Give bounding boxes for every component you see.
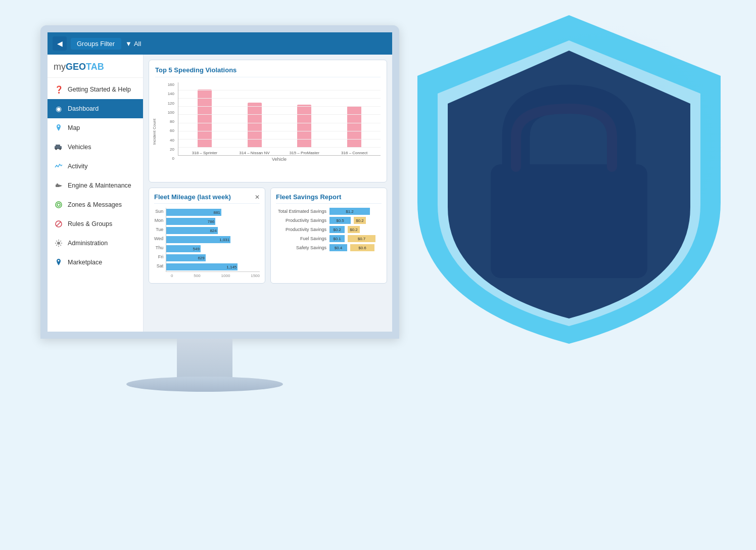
fleet-mileage-card: Fleet Mileage (last week) ✕ Sun Mon Tue … bbox=[149, 188, 265, 284]
sidebar-label-engine: Engine & Maintenance bbox=[68, 182, 131, 189]
bottom-cards-row: Fleet Mileage (last week) ✕ Sun Mon Tue … bbox=[149, 188, 387, 284]
admin-icon bbox=[54, 238, 64, 248]
mileage-x-labels: 0 500 1000 1500 bbox=[154, 273, 260, 278]
bars-area: 318 – Sprinter 314 – Nissan NV bbox=[178, 82, 381, 156]
vehicles-icon bbox=[54, 142, 64, 152]
bar-fill-sprinter bbox=[198, 89, 212, 147]
svg-rect-5 bbox=[60, 185, 61, 187]
fleet-savings-title: Fleet Savings Report bbox=[276, 193, 341, 201]
fleet-mileage-title: Fleet Mileage (last week) bbox=[154, 193, 231, 201]
topbar: ◀ Groups Filter ▼ All bbox=[48, 32, 392, 55]
sidebar-label-rules: Rules & Groups bbox=[68, 220, 112, 227]
logo-geo: GEO bbox=[66, 62, 86, 72]
sidebar: myGEOTAB ❓ Getting Started & Help ◉ Dash… bbox=[48, 55, 144, 332]
monitor-stand-base bbox=[126, 377, 283, 392]
savings-row-safety: Safety Savings $0.4 $0.6 bbox=[276, 244, 382, 251]
bar-nissan: 314 – Nissan NV bbox=[236, 103, 273, 155]
sidebar-label-getting-started: Getting Started & Help bbox=[68, 86, 131, 93]
fleet-mileage-header: Fleet Mileage (last week) ✕ bbox=[154, 193, 260, 204]
y-axis-title: Incident Count bbox=[152, 118, 157, 145]
svg-rect-7 bbox=[61, 186, 62, 186]
logo-my: my bbox=[54, 62, 66, 72]
mileage-bar-wed: 1,031 bbox=[166, 236, 260, 243]
svg-point-8 bbox=[56, 202, 62, 208]
sidebar-item-rules-groups[interactable]: Rules & Groups bbox=[48, 214, 143, 234]
mileage-bar-fri: 629 bbox=[166, 254, 260, 261]
sidebar-nav: ❓ Getting Started & Help ◉ Dashboard bbox=[48, 78, 143, 332]
logo-tab: TAB bbox=[86, 62, 104, 72]
main-content: Top 5 Speeding Violations 160 140 120 10… bbox=[144, 55, 392, 332]
sidebar-label-zones: Zones & Messages bbox=[68, 201, 122, 208]
svg-rect-1 bbox=[56, 145, 60, 147]
svg-point-12 bbox=[57, 242, 60, 245]
savings-table: Total Estimated Savings $1.2 Productivit… bbox=[276, 208, 382, 251]
svg-rect-13 bbox=[491, 164, 647, 278]
x-axis-title: Vehicle bbox=[178, 157, 381, 162]
mileage-day-labels: Sun Mon Tue Wed Thu Fri Sat bbox=[154, 208, 163, 272]
monitor-stand-neck bbox=[177, 339, 232, 379]
dropdown-icon: ▼ bbox=[125, 40, 132, 48]
savings-row-productivity-1: Productivity Savings $0.5 $0.2 bbox=[276, 217, 382, 224]
sidebar-item-activity[interactable]: Activity bbox=[48, 157, 143, 176]
sidebar-label-map: Map bbox=[68, 124, 80, 131]
engine-icon bbox=[54, 180, 64, 191]
help-icon: ❓ bbox=[54, 84, 64, 95]
bar-connect: 316 – Connect bbox=[336, 106, 373, 155]
bar-fill-promaster bbox=[297, 105, 311, 148]
mileage-bars: 881 786 bbox=[166, 208, 260, 272]
sidebar-item-getting-started[interactable]: ❓ Getting Started & Help bbox=[48, 80, 143, 99]
speeding-violations-card: Top 5 Speeding Violations 160 140 120 10… bbox=[149, 60, 387, 182]
savings-row-total: Total Estimated Savings $1.2 bbox=[276, 208, 382, 215]
mileage-bar-mon: 786 bbox=[166, 218, 260, 225]
sidebar-item-administration[interactable]: Administration bbox=[48, 234, 143, 253]
sidebar-item-dashboard[interactable]: ◉ Dashboard bbox=[48, 99, 143, 118]
groups-filter-button[interactable]: Groups Filter bbox=[71, 38, 121, 50]
mileage-bar-sat: 1,145 bbox=[166, 263, 260, 270]
svg-rect-6 bbox=[57, 184, 58, 185]
back-icon: ◀ bbox=[57, 39, 63, 48]
mileage-chart-area: Sun Mon Tue Wed Thu Fri Sat bbox=[154, 208, 260, 272]
filter-all[interactable]: ▼ All bbox=[125, 40, 141, 48]
bar-promaster: 315 – ProMaster bbox=[286, 105, 323, 156]
mileage-bar-thu: 549 bbox=[166, 245, 260, 252]
sidebar-item-marketplace[interactable]: Marketplace bbox=[48, 253, 143, 272]
fleet-savings-card: Fleet Savings Report Total Estimated Sav… bbox=[270, 188, 387, 284]
security-shield bbox=[392, 10, 746, 354]
sidebar-label-vehicles: Vehicles bbox=[68, 144, 91, 151]
sidebar-label-admin: Administration bbox=[68, 240, 108, 247]
fleet-mileage-close[interactable]: ✕ bbox=[255, 194, 260, 201]
sidebar-item-engine-maintenance[interactable]: Engine & Maintenance bbox=[48, 176, 143, 195]
map-icon bbox=[54, 123, 64, 133]
dashboard-icon: ◉ bbox=[54, 104, 64, 114]
savings-row-productivity-2: Productivity Savings $0.2 $0.2 bbox=[276, 226, 382, 233]
zones-icon bbox=[54, 200, 64, 210]
background-blob bbox=[473, 20, 726, 273]
bar-fill-nissan bbox=[248, 103, 262, 147]
svg-rect-4 bbox=[56, 185, 60, 187]
svg-line-11 bbox=[57, 222, 61, 226]
activity-icon bbox=[54, 161, 64, 171]
mileage-bar-sun: 881 bbox=[166, 209, 260, 216]
sidebar-label-marketplace: Marketplace bbox=[68, 259, 102, 266]
mileage-bar-tue: 824 bbox=[166, 227, 260, 234]
sidebar-label-dashboard: Dashboard bbox=[68, 105, 99, 112]
sidebar-item-vehicles[interactable]: Vehicles bbox=[48, 138, 143, 157]
speeding-violations-title: Top 5 Speeding Violations bbox=[155, 66, 381, 77]
fleet-savings-header: Fleet Savings Report bbox=[276, 193, 382, 204]
marketplace-icon bbox=[54, 257, 64, 267]
svg-point-3 bbox=[60, 149, 61, 150]
back-button[interactable]: ◀ bbox=[53, 36, 67, 51]
y-axis-labels: 160 140 120 100 80 60 40 20 0 bbox=[155, 82, 174, 161]
savings-row-fuel: Fuel Savings $0.1 $0.7 bbox=[276, 235, 382, 242]
logo: myGEOTAB bbox=[48, 55, 143, 78]
sidebar-item-zones-messages[interactable]: Zones & Messages bbox=[48, 195, 143, 214]
sidebar-item-map[interactable]: Map bbox=[48, 118, 143, 138]
svg-point-9 bbox=[57, 203, 60, 206]
rules-icon bbox=[54, 219, 64, 229]
bar-fill-connect bbox=[347, 106, 361, 147]
sidebar-label-activity: Activity bbox=[68, 163, 88, 170]
bar-sprinter: 318 – Sprinter bbox=[186, 89, 223, 155]
svg-point-2 bbox=[56, 149, 57, 150]
